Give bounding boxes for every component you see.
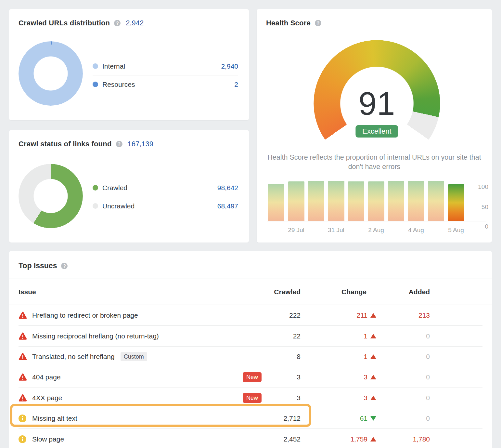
added-count: 0	[376, 332, 430, 340]
trend-gridline	[267, 181, 486, 181]
top-issues-header: Top Issues ?	[9, 251, 492, 270]
issue-row[interactable]: 4XX pageNew330	[19, 388, 482, 408]
health-trend-bar	[408, 181, 424, 221]
legend-value-link[interactable]: 2	[234, 81, 238, 88]
legend-value-link[interactable]: 68,497	[217, 202, 238, 210]
health-trend-bar	[328, 181, 344, 221]
change-cell: 3	[301, 373, 376, 381]
info-icon	[19, 415, 26, 422]
health-trend-bar	[288, 181, 304, 221]
trend-x-axis-label: 4 Aug	[401, 227, 432, 234]
column-header-change: Change	[301, 288, 376, 296]
crawled-count: 2,712	[262, 415, 301, 422]
issue-label: Missing reciprocal hreflang (no return-t…	[32, 332, 159, 340]
crawl-status-legend: Crawled98,642Uncrawled68,497	[93, 179, 238, 215]
arrow-up-icon	[370, 375, 376, 379]
added-count: 0	[376, 394, 430, 402]
arrow-up-icon	[370, 437, 376, 441]
crawl-status-card: Crawl status of links found ? 167,139 Cr…	[9, 130, 249, 243]
trend-y-axis-label: 50	[466, 204, 488, 211]
legend-color-dot	[93, 82, 98, 87]
health-score-card: Health Score ? 91 Excellent Health Score…	[257, 9, 492, 243]
warning-icon	[19, 373, 27, 381]
legend-label: Crawled	[102, 184, 127, 192]
issue-cell: 4XX pageNew	[19, 393, 262, 403]
issue-label: Hreflang to redirect or broken page	[32, 311, 138, 319]
issues-table-header: Issue Crawled Change Added	[9, 279, 492, 305]
issue-row[interactable]: Missing reciprocal hreflang (no return-t…	[19, 326, 482, 346]
added-count: 0	[376, 353, 430, 361]
legend-value-link[interactable]: 98,642	[217, 184, 238, 192]
health-trend-bar	[388, 181, 404, 221]
help-icon[interactable]: ?	[116, 141, 122, 147]
arrow-down-icon	[370, 416, 376, 421]
legend-color-dot	[93, 203, 98, 209]
issue-label: Missing alt text	[32, 415, 77, 422]
health-score-gauge: 91 Excellent	[314, 40, 440, 167]
change-value: 3	[364, 373, 367, 381]
added-count: 213	[376, 311, 430, 319]
issue-cell: 404 pageNew	[19, 372, 262, 382]
crawled-urls-total[interactable]: 2,942	[126, 19, 144, 27]
trend-x-axis-label: 31 Jul	[321, 227, 352, 234]
trend-gridline	[267, 221, 486, 221]
issue-label: Slow page	[32, 435, 64, 443]
issue-label: 4XX page	[32, 394, 62, 402]
issue-row[interactable]: 404 pageNew330	[19, 367, 482, 388]
issues-table-body: Hreflang to redirect or broken page22221…	[19, 305, 482, 448]
issue-cell: Translated, no self hreflangCustom	[19, 352, 262, 361]
issue-row-highlighted[interactable]: Missing alt text2,712610	[19, 408, 482, 429]
issue-cell: Slow page	[19, 435, 262, 443]
legend-color-dot	[93, 185, 98, 191]
warning-icon	[19, 353, 27, 361]
arrow-up-icon	[370, 396, 376, 400]
crawl-status-legend-row: Crawled98,642	[93, 179, 238, 197]
added-count: 0	[376, 415, 430, 422]
warning-icon	[19, 332, 27, 340]
health-score-value: 91	[314, 40, 440, 167]
issue-row[interactable]: Translated, no self hreflangCustom810	[19, 347, 482, 367]
crawled-urls-header: Crawled URLs distribution ? 2,942	[9, 9, 249, 27]
health-score-title: Health Score	[266, 19, 311, 27]
health-score-description: Health Score reflects the proportion of …	[267, 153, 482, 172]
added-count: 1,780	[376, 435, 430, 443]
crawled-urls-title: Crawled URLs distribution	[19, 19, 110, 27]
change-value: 1	[364, 332, 367, 340]
health-trend-bar	[448, 184, 464, 221]
column-header-crawled: Crawled	[262, 288, 301, 296]
health-trend-bar	[268, 184, 284, 221]
info-icon	[19, 435, 26, 443]
issue-label: Translated, no self hreflang	[32, 353, 115, 361]
crawled-count: 3	[262, 394, 301, 402]
change-cell: 1,759	[301, 435, 376, 443]
help-icon[interactable]: ?	[114, 20, 121, 26]
legend-label: Uncrawled	[102, 202, 135, 210]
trend-x-axis-label: 29 Jul	[281, 227, 312, 234]
crawled-urls-legend-row: Internal2,940	[93, 57, 238, 75]
crawled-count: 22	[262, 332, 301, 340]
added-count: 0	[376, 373, 430, 381]
issue-cell: Hreflang to redirect or broken page	[19, 311, 262, 319]
crawl-status-header: Crawl status of links found ? 167,139	[9, 130, 249, 148]
site-audit-dashboard: { "icons": { "help": "?" }, "colors": { …	[0, 0, 501, 448]
column-header-issue: Issue	[19, 288, 262, 296]
change-value: 1,759	[350, 435, 367, 443]
legend-label: Resources	[102, 81, 135, 88]
warning-icon	[19, 394, 27, 402]
arrow-up-icon	[370, 334, 376, 338]
crawl-status-total[interactable]: 167,139	[128, 140, 154, 148]
crawled-count: 222	[262, 311, 301, 319]
health-trend-bar	[308, 181, 324, 221]
issue-row[interactable]: Slow page2,4521,7591,780	[19, 429, 482, 448]
help-icon[interactable]: ?	[61, 263, 68, 269]
change-cell: 211	[301, 311, 376, 319]
issue-row[interactable]: Hreflang to redirect or broken page22221…	[19, 305, 482, 326]
crawled-count: 3	[262, 373, 301, 381]
health-trend-bar	[368, 181, 384, 221]
legend-value-link[interactable]: 2,940	[221, 62, 238, 70]
new-badge: New	[243, 393, 262, 403]
issue-label: 404 page	[32, 373, 61, 381]
legend-label: Internal	[102, 62, 125, 70]
help-icon[interactable]: ?	[315, 20, 321, 26]
change-value: 211	[357, 311, 367, 319]
